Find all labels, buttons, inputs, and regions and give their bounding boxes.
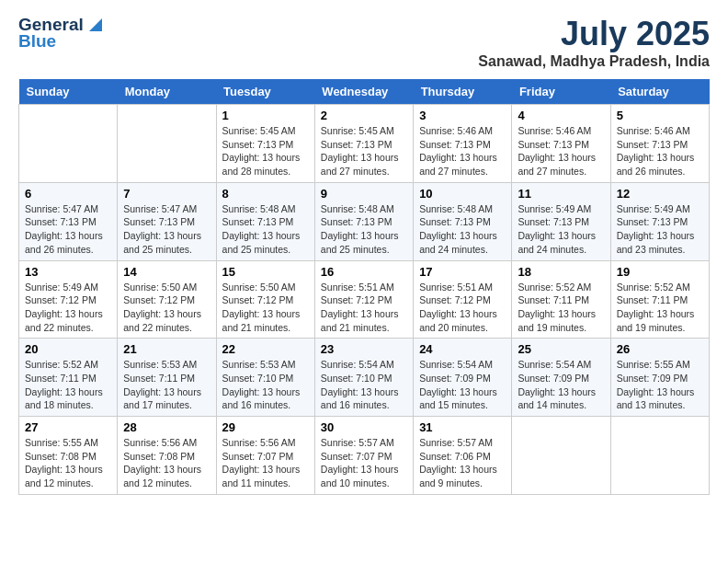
day-number: 20 [25,342,111,356]
day-number: 14 [123,265,210,279]
logo-icon [85,15,106,35]
day-number: 24 [419,342,506,356]
day-info: Sunrise: 5:55 AM Sunset: 7:09 PM Dayligh… [617,358,703,412]
page-header: General Blue July 2025 Sanawad, Madhya P… [18,15,710,70]
day-info: Sunrise: 5:54 AM Sunset: 7:10 PM Dayligh… [321,358,407,412]
calendar-body: 1Sunrise: 5:45 AM Sunset: 7:13 PM Daylig… [19,105,710,495]
day-info: Sunrise: 5:51 AM Sunset: 7:12 PM Dayligh… [321,281,407,335]
calendar-cell: 25Sunrise: 5:54 AM Sunset: 7:09 PM Dayli… [512,339,610,417]
day-info: Sunrise: 5:52 AM Sunset: 7:11 PM Dayligh… [25,358,111,412]
day-number: 25 [518,342,604,356]
calendar-cell: 30Sunrise: 5:57 AM Sunset: 7:07 PM Dayli… [314,417,413,495]
day-info: Sunrise: 5:45 AM Sunset: 7:13 PM Dayligh… [222,124,309,178]
day-number: 10 [419,187,506,201]
calendar-cell: 19Sunrise: 5:52 AM Sunset: 7:11 PM Dayli… [610,260,709,339]
location-title: Sanawad, Madhya Pradesh, India [478,53,710,70]
day-info: Sunrise: 5:52 AM Sunset: 7:11 PM Dayligh… [617,281,703,335]
day-number: 3 [419,109,506,122]
calendar-cell: 29Sunrise: 5:56 AM Sunset: 7:07 PM Dayli… [216,417,314,495]
calendar-cell: 11Sunrise: 5:49 AM Sunset: 7:13 PM Dayli… [512,182,610,260]
day-number: 31 [419,420,506,434]
calendar-cell [19,105,118,183]
day-number: 28 [123,420,210,434]
calendar-cell: 10Sunrise: 5:48 AM Sunset: 7:13 PM Dayli… [414,182,512,260]
month-title: July 2025 [478,15,710,53]
day-number: 4 [518,109,604,122]
calendar-cell: 28Sunrise: 5:56 AM Sunset: 7:08 PM Dayli… [118,417,216,495]
calendar-cell: 7Sunrise: 5:47 AM Sunset: 7:13 PM Daylig… [118,182,216,260]
day-number: 8 [222,187,309,201]
day-info: Sunrise: 5:53 AM Sunset: 7:11 PM Dayligh… [123,358,210,412]
day-of-week-header: Wednesday [314,79,413,105]
calendar-cell: 31Sunrise: 5:57 AM Sunset: 7:06 PM Dayli… [414,417,512,495]
calendar-cell: 4Sunrise: 5:46 AM Sunset: 7:13 PM Daylig… [512,105,610,183]
day-info: Sunrise: 5:54 AM Sunset: 7:09 PM Dayligh… [419,358,506,412]
day-number: 11 [518,187,604,201]
calendar-cell: 12Sunrise: 5:49 AM Sunset: 7:13 PM Dayli… [610,182,709,260]
day-info: Sunrise: 5:46 AM Sunset: 7:13 PM Dayligh… [518,124,604,178]
day-number: 17 [419,265,506,279]
day-info: Sunrise: 5:48 AM Sunset: 7:13 PM Dayligh… [321,202,407,257]
day-of-week-header: Sunday [19,79,118,105]
calendar-cell: 24Sunrise: 5:54 AM Sunset: 7:09 PM Dayli… [414,339,512,417]
day-number: 7 [123,187,210,201]
day-info: Sunrise: 5:50 AM Sunset: 7:12 PM Dayligh… [123,281,210,335]
calendar-week-row: 1Sunrise: 5:45 AM Sunset: 7:13 PM Daylig… [19,105,710,183]
day-info: Sunrise: 5:49 AM Sunset: 7:13 PM Dayligh… [617,202,703,257]
calendar-header-row: SundayMondayTuesdayWednesdayThursdayFrid… [19,79,710,105]
day-number: 2 [321,109,407,122]
calendar-cell [610,417,709,495]
calendar-cell [512,417,610,495]
day-info: Sunrise: 5:53 AM Sunset: 7:10 PM Dayligh… [222,358,309,412]
day-info: Sunrise: 5:54 AM Sunset: 7:09 PM Dayligh… [518,358,604,412]
day-info: Sunrise: 5:49 AM Sunset: 7:12 PM Dayligh… [25,281,111,335]
day-info: Sunrise: 5:50 AM Sunset: 7:12 PM Dayligh… [222,281,309,335]
day-number: 18 [518,265,604,279]
day-number: 29 [222,420,309,434]
day-info: Sunrise: 5:52 AM Sunset: 7:11 PM Dayligh… [518,281,604,335]
calendar-week-row: 13Sunrise: 5:49 AM Sunset: 7:12 PM Dayli… [19,260,710,339]
calendar-cell: 17Sunrise: 5:51 AM Sunset: 7:12 PM Dayli… [414,260,512,339]
day-info: Sunrise: 5:47 AM Sunset: 7:13 PM Dayligh… [25,202,111,257]
calendar-week-row: 20Sunrise: 5:52 AM Sunset: 7:11 PM Dayli… [19,339,710,417]
day-info: Sunrise: 5:57 AM Sunset: 7:07 PM Dayligh… [321,436,407,490]
day-info: Sunrise: 5:56 AM Sunset: 7:08 PM Dayligh… [123,436,210,490]
day-number: 30 [321,420,407,434]
day-info: Sunrise: 5:49 AM Sunset: 7:13 PM Dayligh… [518,202,604,257]
calendar-cell: 15Sunrise: 5:50 AM Sunset: 7:12 PM Dayli… [216,260,314,339]
calendar-cell: 26Sunrise: 5:55 AM Sunset: 7:09 PM Dayli… [610,339,709,417]
day-info: Sunrise: 5:48 AM Sunset: 7:13 PM Dayligh… [419,202,506,257]
day-info: Sunrise: 5:56 AM Sunset: 7:07 PM Dayligh… [222,436,309,490]
calendar-cell: 22Sunrise: 5:53 AM Sunset: 7:10 PM Dayli… [216,339,314,417]
day-of-week-header: Tuesday [216,79,314,105]
calendar-cell: 3Sunrise: 5:46 AM Sunset: 7:13 PM Daylig… [414,105,512,183]
calendar-cell: 18Sunrise: 5:52 AM Sunset: 7:11 PM Dayli… [512,260,610,339]
day-number: 21 [123,342,210,356]
svg-marker-0 [89,18,102,31]
day-number: 22 [222,342,309,356]
calendar-cell: 21Sunrise: 5:53 AM Sunset: 7:11 PM Dayli… [118,339,216,417]
day-number: 26 [617,342,703,356]
day-of-week-header: Monday [118,79,216,105]
day-number: 9 [321,187,407,201]
logo-blue-text: Blue [18,31,56,52]
day-number: 16 [321,265,407,279]
day-info: Sunrise: 5:47 AM Sunset: 7:13 PM Dayligh… [123,202,210,257]
calendar-cell: 27Sunrise: 5:55 AM Sunset: 7:08 PM Dayli… [19,417,118,495]
day-number: 27 [25,420,111,434]
calendar-cell: 16Sunrise: 5:51 AM Sunset: 7:12 PM Dayli… [314,260,413,339]
calendar-cell: 23Sunrise: 5:54 AM Sunset: 7:10 PM Dayli… [314,339,413,417]
day-info: Sunrise: 5:45 AM Sunset: 7:13 PM Dayligh… [321,124,407,178]
day-info: Sunrise: 5:46 AM Sunset: 7:13 PM Dayligh… [419,124,506,178]
day-number: 13 [25,265,111,279]
title-block: July 2025 Sanawad, Madhya Pradesh, India [478,15,710,70]
calendar-week-row: 6Sunrise: 5:47 AM Sunset: 7:13 PM Daylig… [19,182,710,260]
calendar-cell: 20Sunrise: 5:52 AM Sunset: 7:11 PM Dayli… [19,339,118,417]
day-info: Sunrise: 5:48 AM Sunset: 7:13 PM Dayligh… [222,202,309,257]
calendar-cell: 2Sunrise: 5:45 AM Sunset: 7:13 PM Daylig… [314,105,413,183]
day-number: 19 [617,265,703,279]
calendar-cell: 14Sunrise: 5:50 AM Sunset: 7:12 PM Dayli… [118,260,216,339]
calendar-cell: 1Sunrise: 5:45 AM Sunset: 7:13 PM Daylig… [216,105,314,183]
day-info: Sunrise: 5:51 AM Sunset: 7:12 PM Dayligh… [419,281,506,335]
day-info: Sunrise: 5:55 AM Sunset: 7:08 PM Dayligh… [25,436,111,490]
